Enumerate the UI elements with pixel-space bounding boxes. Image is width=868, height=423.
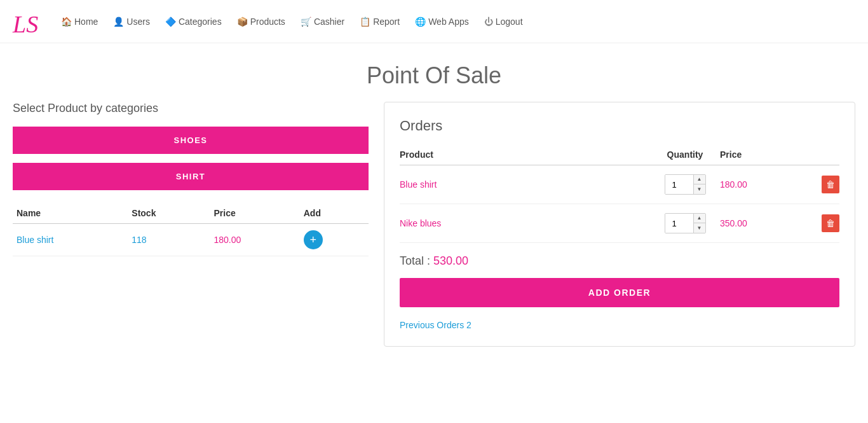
product-price: 180.00 <box>210 224 299 256</box>
order-row-1: Blue shirt ▲ ▼ 180.00 🗑 <box>400 165 839 204</box>
products-icon: 📦 <box>237 17 248 27</box>
qty-arrows-2: ▲ ▼ <box>693 214 705 233</box>
users-icon: 👤 <box>113 17 124 27</box>
order-qty-control-2: ▲ ▼ <box>650 213 720 233</box>
nav-webapps[interactable]: 🌐 Web Apps <box>409 13 475 31</box>
qty-input-wrap-2: ▲ ▼ <box>665 213 706 233</box>
nav-report[interactable]: 📋 Report <box>353 13 406 31</box>
qty-input-1[interactable] <box>665 175 693 194</box>
category-shoes-button[interactable]: SHOES <box>13 127 369 154</box>
logout-icon: ⏻ <box>484 17 493 27</box>
product-name: Blue shirt <box>13 224 128 256</box>
nav-users[interactable]: 👤 Users <box>107 13 156 31</box>
categories-heading: Select Product by categories <box>13 102 369 115</box>
svg-text:LS: LS <box>12 11 38 38</box>
header-quantity: Quantity <box>650 149 720 160</box>
nav-logout[interactable]: ⏻ Logout <box>478 13 529 31</box>
nav-home[interactable]: 🏠 Home <box>55 13 104 31</box>
order-product-name-1: Blue shirt <box>400 179 650 190</box>
col-add: Add <box>300 203 369 224</box>
right-panel: Orders Product Quantity Price Blue shirt… <box>384 102 855 347</box>
product-stock: 118 <box>128 224 210 256</box>
report-icon: 📋 <box>360 17 370 27</box>
delete-order-2-button[interactable]: 🗑 <box>822 214 839 232</box>
qty-up-1[interactable]: ▲ <box>694 175 705 184</box>
nav-categories[interactable]: 🔷 Categories <box>159 13 228 31</box>
category-shirt-button[interactable]: SHIRT <box>13 163 369 190</box>
previous-orders-count: 2 <box>466 320 471 330</box>
qty-arrows-1: ▲ ▼ <box>693 175 705 194</box>
header-product: Product <box>400 149 650 160</box>
total-label: Total : <box>400 254 430 267</box>
table-row: Blue shirt 118 180.00 + <box>13 224 369 256</box>
logo: LS <box>10 4 44 39</box>
order-price-2: 350.00 <box>720 218 822 228</box>
delete-order-1-button[interactable]: 🗑 <box>822 176 839 193</box>
order-row-2: Nike blues ▲ ▼ 350.00 🗑 <box>400 204 839 243</box>
orders-header: Product Quantity Price <box>400 144 839 165</box>
header-price: Price <box>720 149 822 160</box>
add-order-button[interactable]: ADD ORDER <box>400 278 839 307</box>
qty-input-2[interactable] <box>665 214 693 233</box>
navbar: LS 🏠 Home 👤 Users 🔷 Categories 📦 Product… <box>0 0 868 43</box>
cashier-icon: 🛒 <box>301 17 311 27</box>
col-price: Price <box>210 203 299 224</box>
col-name: Name <box>13 203 128 224</box>
qty-input-wrap-1: ▲ ▼ <box>665 174 706 195</box>
total-line: Total : 530.00 <box>400 254 839 268</box>
main-content: Select Product by categories SHOES SHIRT… <box>0 102 868 372</box>
webapps-icon: 🌐 <box>415 17 426 27</box>
order-qty-control-1: ▲ ▼ <box>650 174 720 195</box>
nav-cashier[interactable]: 🛒 Cashier <box>294 13 351 31</box>
home-icon: 🏠 <box>61 17 72 27</box>
nav-products[interactable]: 📦 Products <box>231 13 292 31</box>
add-product-button[interactable]: + <box>304 230 323 249</box>
categories-icon: 🔷 <box>165 17 176 27</box>
order-price-1: 180.00 <box>720 179 822 190</box>
left-panel: Select Product by categories SHOES SHIRT… <box>13 102 369 347</box>
products-table: Name Stock Price Add Blue shirt 118 180.… <box>13 203 369 256</box>
previous-orders-label: Previous Orders <box>400 320 464 330</box>
qty-down-1[interactable]: ▼ <box>694 184 705 194</box>
nav-links: 🏠 Home 👤 Users 🔷 Categories 📦 Products 🛒… <box>55 13 529 31</box>
col-stock: Stock <box>128 203 210 224</box>
product-add-cell: + <box>300 224 369 256</box>
qty-up-2[interactable]: ▲ <box>694 214 705 223</box>
qty-down-2[interactable]: ▼ <box>694 223 705 233</box>
order-product-name-2: Nike blues <box>400 218 650 228</box>
page-title: Point Of Sale <box>0 62 868 89</box>
orders-title: Orders <box>400 118 839 134</box>
previous-orders-link[interactable]: Previous Orders 2 <box>400 320 471 330</box>
total-value: 530.00 <box>433 254 468 267</box>
